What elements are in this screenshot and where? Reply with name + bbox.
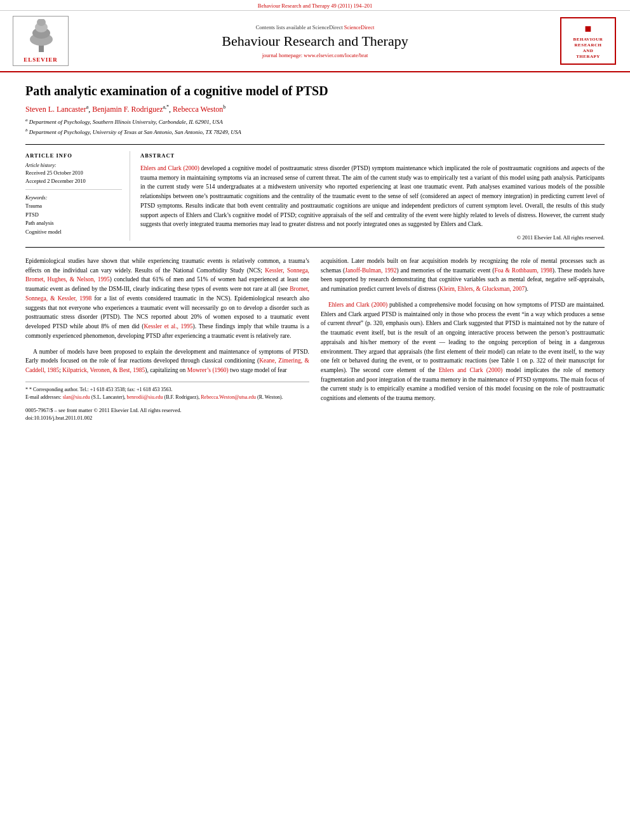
body-para-1: Epidemiological studies have shown that … [25, 257, 309, 340]
rights-line: 0005-7967/$ – see front matter © 2011 El… [25, 406, 309, 423]
body-col-1: Epidemiological studies have shown that … [25, 257, 309, 422]
affil-a: a Department of Psychology, Southern Ill… [25, 117, 605, 127]
journal-icon: ■ [564, 22, 612, 36]
journal-title: Behaviour Research and Therapy [83, 33, 547, 50]
elsevier-logo-box: ELSEVIER [13, 16, 69, 66]
bromet-1998-link[interactable]: Bromet, Sonnega, & Kessler, 1998 [25, 286, 309, 302]
kleim-2007-link[interactable]: Kleim, Ehlers, & Glucksman, 2007 [439, 286, 525, 292]
abstract-title: Abstract [140, 152, 605, 159]
keyword-ptsd: PTSD [25, 211, 122, 220]
author-weston-sup: b [223, 104, 225, 110]
elsevier-tree-icon [16, 19, 67, 54]
foa-rothbaum-1998-link[interactable]: Foa & Rothbaum, 1998 [494, 267, 552, 274]
ehlers-clark-2000-body-link-2[interactable]: Ehlers and Clark (2000) [439, 367, 502, 373]
sciencedirect-link[interactable]: ScienceDirect [344, 24, 375, 30]
body-text-section: Epidemiological studies have shown that … [25, 257, 605, 422]
abstract-text: Ehlers and Clark (2000) developed a cogn… [140, 164, 605, 229]
author-rodriguez[interactable]: Benjamin F. Rodriguez [92, 105, 163, 114]
body-para-2: A number of models have been proposed to… [25, 347, 309, 375]
ehlers-clark-2000-body-link[interactable]: Ehlers and Clark (2000) [328, 302, 387, 308]
footnote-emails: E-mail addresses: slan@siu.edu (S.L. Lan… [25, 394, 309, 401]
email-lancaster[interactable]: slan@siu.edu [63, 394, 90, 400]
kilpatrick-1985-link[interactable]: Kilpatrick, Veronen, & Best, 1985 [62, 367, 145, 373]
article-info-abstract-row: Article info Article history: Received 2… [25, 144, 605, 248]
article-history-label: Article history: [25, 163, 122, 168]
main-content: Path analytic examination of a cognitive… [0, 72, 630, 435]
email-weston[interactable]: Rebecca.Weston@utsa.edu [201, 394, 256, 400]
author-lancaster-sup: a [86, 104, 89, 110]
journal-logo-right: ■ BEHAVIOUR RESEARCH AND THERAPY [560, 17, 617, 65]
journal-header: ELSEVIER Contents lists available at Sci… [0, 11, 630, 72]
elsevier-wordmark: ELSEVIER [16, 57, 65, 63]
janoff-bulman-1992-link[interactable]: Janoff-Bulman, 1992 [345, 267, 396, 274]
footnote-corresponding: * * Corresponding author. Tel.: +1 618 4… [25, 386, 309, 394]
abstract-section: Abstract Ehlers and Clark (2000) develop… [130, 151, 605, 241]
copyright-line: © 2011 Elsevier Ltd. All rights reserved… [140, 234, 605, 241]
ehlers-clark-2000-link[interactable]: Ehlers and Clark (2000) [140, 165, 199, 171]
journal-citation: Behaviour Research and Therapy 49 (2011)… [258, 3, 372, 9]
footnotes: * * Corresponding author. Tel.: +1 618 4… [25, 382, 309, 423]
affiliations: a Department of Psychology, Southern Ill… [25, 117, 605, 137]
keyword-path-analysis: Path analysis [25, 219, 122, 228]
journal-homepage: journal homepage: www.elsevier.com/locat… [83, 52, 547, 58]
mowrer-1960-link[interactable]: Mowrer’s (1960) [187, 367, 229, 373]
info-divider [25, 189, 122, 190]
body-col-2: acquisition. Later models built on fear … [321, 257, 605, 422]
received-date: Received 25 October 2010 [25, 170, 122, 176]
keywords-list: Trauma PTSD Path analysis Cognitive mode… [25, 202, 122, 236]
sciencedirect-text: Contents lists available at ScienceDirec… [83, 24, 547, 30]
journal-logo-text: BEHAVIOUR RESEARCH AND THERAPY [564, 37, 612, 60]
email-rodriguez[interactable]: benrodii@siu.edu [127, 394, 163, 400]
affil-b: b Department of Psychology, University o… [25, 127, 605, 137]
doi-line: doi:10.1016/j.brat.2011.01.002 [25, 414, 309, 422]
author-weston[interactable]: Rebecca Weston [173, 105, 223, 114]
kessler-1995-link[interactable]: Kessler, Sonnega, Bromet, Hughes, & Nels… [25, 267, 309, 283]
article-info-panel: Article info Article history: Received 2… [25, 151, 130, 241]
keyword-cognitive-model: Cognitive model [25, 228, 122, 237]
journal-citation-bar: Behaviour Research and Therapy 49 (2011)… [0, 0, 630, 11]
header-center: Contents lists available at ScienceDirec… [70, 24, 560, 58]
journal-logo-box: ■ BEHAVIOUR RESEARCH AND THERAPY [560, 17, 616, 65]
body-para-4: Ehlers and Clark (2000) published a comp… [321, 300, 605, 403]
kessler-et-al-1995-link[interactable]: Kessler et al., 1995 [144, 323, 192, 330]
body-para-3: acquisition. Later models built on fear … [321, 257, 605, 294]
author-rodriguez-sup: a,* [163, 104, 170, 110]
elsevier-logo-left: ELSEVIER [13, 16, 70, 66]
keyword-trauma: Trauma [25, 202, 122, 211]
accepted-date: Accepted 2 December 2010 [25, 178, 122, 184]
article-title: Path analytic examination of a cognitive… [25, 83, 605, 99]
article-info-title: Article info [25, 152, 122, 159]
author-lancaster[interactable]: Steven L. Lancaster [25, 105, 86, 114]
keywords-label: Keywords: [25, 195, 122, 201]
authors-line: Steven L. Lancastera, Benjamin F. Rodrig… [25, 104, 605, 114]
